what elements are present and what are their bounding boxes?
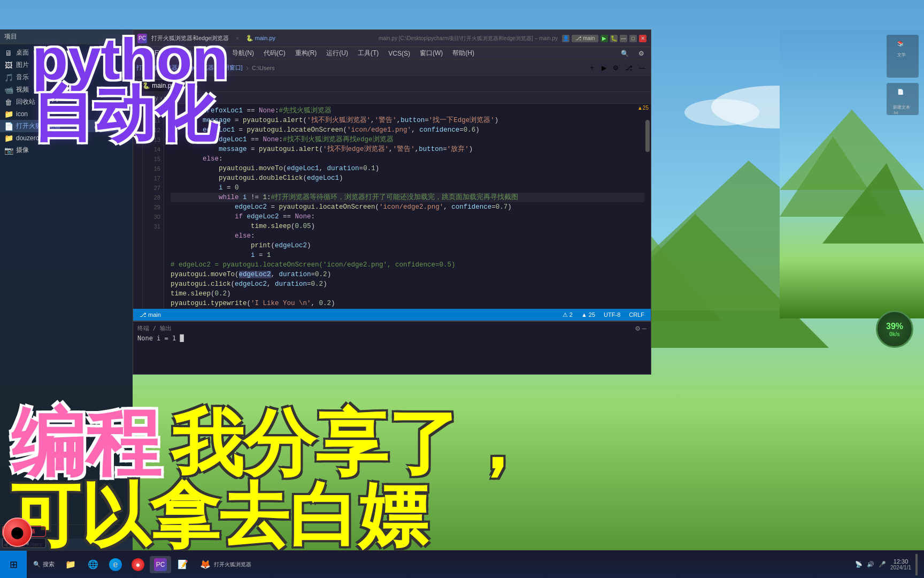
code-line-if-edge2: if edgeLoc2 == None: xyxy=(171,212,644,222)
taskbar-pycharm[interactable]: PC xyxy=(150,556,171,573)
status-branch[interactable]: ⎇ main xyxy=(137,311,163,318)
volume-icon[interactable]: 🔊 xyxy=(867,561,874,568)
network-icon[interactable]: 📡 xyxy=(855,561,863,568)
cursor-blink: █ xyxy=(180,334,183,342)
code-lines: if firefoxLoc1 == None:#先找火狐浏览器 message … xyxy=(164,104,644,309)
scrollbar-right[interactable]: ▲25 xyxy=(644,104,651,309)
panel-settings[interactable]: ⚙ xyxy=(635,324,640,332)
clock-date: 2024/1/1 xyxy=(890,565,911,571)
toolbar-add[interactable]: ＋ xyxy=(587,62,597,73)
tree-item-firefox[interactable]: 📄 打开火狐浏览器 xyxy=(0,120,133,132)
settings-btn[interactable]: ⚙ xyxy=(634,49,649,58)
code-line-print: print(edgeLoc2) xyxy=(171,241,644,250)
panel-toggle[interactable]: ▾ xyxy=(125,33,128,41)
menu-navigate[interactable]: 导航(N) xyxy=(228,48,258,59)
search-everywhere[interactable]: 🔍 xyxy=(617,49,633,58)
status-warnings[interactable]: ⚠ 2 xyxy=(560,311,575,318)
edge-icon: e xyxy=(109,558,122,571)
ide-tabs: 🐍 main.py xyxy=(133,76,651,92)
menu-refactor[interactable]: 重构(R) xyxy=(291,48,321,59)
menu-edit[interactable]: 编辑(E) xyxy=(166,48,196,59)
code-area[interactable]: if firefoxLoc1 == None:#先找火狐浏览器 message … xyxy=(164,104,644,309)
code-line-moveto: pyautogui.moveTo(edgeLoc1, duration=0.1) xyxy=(171,164,644,173)
path-users: C:\Users xyxy=(252,65,275,71)
close-btn[interactable]: ✕ xyxy=(639,35,646,42)
user-btn[interactable]: 👤 xyxy=(562,35,569,42)
menu-help[interactable]: 帮助(H) xyxy=(448,48,479,59)
taskbar-search[interactable]: 🔍 搜索 xyxy=(29,558,59,571)
code-line-i0: i = 0 xyxy=(171,183,644,193)
menu-run[interactable]: 运行(U) xyxy=(322,48,352,59)
tree-item-video[interactable]: 📹 视频 xyxy=(0,83,133,96)
svg-text:📚: 📚 xyxy=(897,40,904,47)
explorer-icon: 📁 xyxy=(64,558,77,571)
tree-item-pictures[interactable]: 🖼 图片 xyxy=(0,59,133,71)
code-line-11: message = pyautogui.alert('找不到火狐浏览器','警告… xyxy=(171,116,644,125)
pycharm-taskbar-icon: PC xyxy=(154,558,167,571)
left-file-panel: 项目 ▾ 🖥 桌面 🖼 图片 🎵 音乐 📹 视频 🗑 回收站 📁 icon xyxy=(0,29,133,550)
toolbar-close-tab[interactable]: — xyxy=(637,63,648,73)
maximize-btn[interactable]: □ xyxy=(629,35,637,42)
error-count: ▲25 xyxy=(637,105,649,111)
start-button[interactable]: ⊞ xyxy=(0,551,27,579)
panel-controls: ⚙ — xyxy=(635,324,646,332)
panel-minimize[interactable]: — xyxy=(642,324,646,332)
code-line-sleep2: time.sleep(0.2) xyxy=(171,289,644,299)
taskbar-edge[interactable]: e xyxy=(105,556,126,573)
notepad-icon: 📝 xyxy=(176,558,189,571)
tree-item-douzero[interactable]: 📁 douzero xyxy=(0,132,133,144)
menu-file[interactable]: 文件(F) xyxy=(135,48,165,59)
ide-window: PC 打开火狐浏览器和edge浏览器 × 🐍 main.py main.py [… xyxy=(133,29,651,321)
show-desktop[interactable] xyxy=(915,554,918,575)
scroll-thumb[interactable] xyxy=(645,120,650,152)
tree-item-icon[interactable]: 📁 icon xyxy=(0,108,133,120)
menu-window[interactable]: 窗口(W) xyxy=(415,48,447,59)
circle-app-icon: ● xyxy=(132,558,144,571)
code-line-i1: i = 1 xyxy=(171,250,644,260)
left-panel-header: 项目 ▾ xyxy=(0,29,133,44)
status-encoding[interactable]: UTF-8 xyxy=(602,311,622,318)
svg-rect-15 xyxy=(887,83,919,115)
project-root[interactable]: 打开火狐浏览器和edge浏览器 [用用窗口] xyxy=(136,64,243,72)
taskbar-explorer[interactable]: 📁 xyxy=(60,556,81,573)
taskbar-notepad[interactable]: 📝 xyxy=(172,556,194,573)
minimize-btn[interactable]: — xyxy=(620,35,627,42)
tree-item-recycle[interactable]: 🗑 回收站 xyxy=(0,96,133,108)
pycharm-icon: PC xyxy=(137,34,147,43)
taskbar-browser[interactable]: 🌐 xyxy=(82,556,104,573)
debug-btn[interactable]: 🐛 xyxy=(610,35,618,42)
live-circle-icon[interactable]: ⬤ xyxy=(3,518,32,547)
menu-code[interactable]: 代码(C) xyxy=(259,48,290,59)
clock[interactable]: 12:30 2024/1/1 xyxy=(890,558,911,571)
menu-tools[interactable]: 工具(T) xyxy=(353,48,383,59)
run-btn[interactable]: ▶ xyxy=(600,35,608,42)
tree-item-camera[interactable]: 📷 摄像 xyxy=(0,144,133,156)
right-landscape: 📚 文学 📄 新建文本 .txt xyxy=(780,29,924,318)
menu-view[interactable]: 视图(V) xyxy=(197,48,227,59)
svg-point-7 xyxy=(684,99,759,126)
mic-icon[interactable]: 🎤 xyxy=(879,561,886,568)
code-content: if firefoxLoc1 == None:#先找火狐浏览器 message … xyxy=(164,104,644,309)
panel-header: 终端 / 输出 ⚙ — xyxy=(137,324,646,332)
margin-gutter xyxy=(133,104,143,309)
main-branch[interactable]: ⎇ main xyxy=(572,35,598,42)
status-errors[interactable]: ▲ 25 xyxy=(579,311,597,318)
status-crlf[interactable]: CRLF xyxy=(627,311,646,318)
breadcrumb-file: main.py xyxy=(137,95,158,101)
menu-vcs[interactable]: VCS(S) xyxy=(384,49,414,58)
svg-text:文学: 文学 xyxy=(897,52,906,57)
pictures-icon: 🖼 xyxy=(4,61,13,70)
code-line-14: message = pyautogui.alert('找不到edge浏览器','… xyxy=(171,144,644,154)
toolbar-debug2[interactable]: ⚙ xyxy=(611,63,621,73)
separator: × xyxy=(235,35,239,42)
toolbar-git[interactable]: ⎇ xyxy=(623,63,635,73)
window-controls: 👤 ⎇ main ▶ 🐛 — □ ✕ xyxy=(562,35,646,42)
tree-item-desktop[interactable]: 🖥 桌面 xyxy=(0,47,133,59)
tab-main-py[interactable]: 🐍 main.py xyxy=(135,79,181,92)
tree-item-music[interactable]: 🎵 音乐 xyxy=(0,71,133,83)
firefox-file-icon: 📄 xyxy=(4,122,13,131)
taskbar-firefox[interactable]: 🦊 打开火狐浏览器 xyxy=(195,556,256,573)
taskbar-circle-item[interactable]: ● xyxy=(127,556,149,573)
bottom-panel[interactable]: 终端 / 输出 ⚙ — None i = 1 █ xyxy=(133,321,651,375)
toolbar-run2[interactable]: ▶ xyxy=(599,63,609,73)
